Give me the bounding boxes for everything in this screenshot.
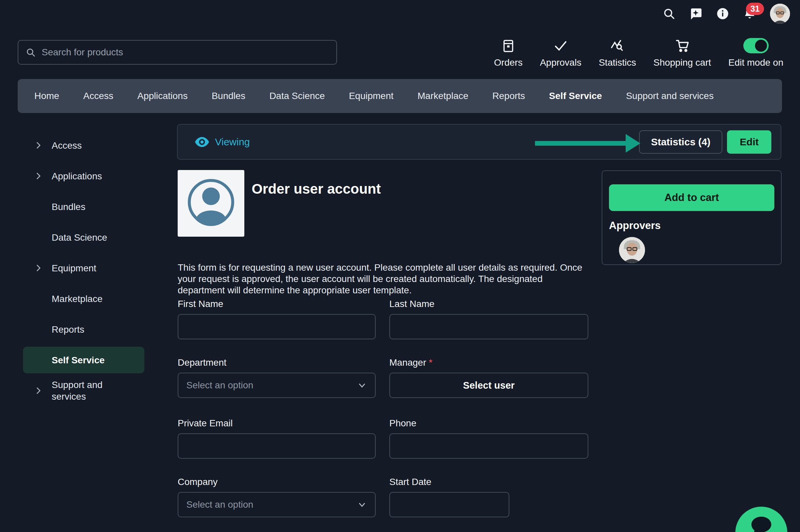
nav-item-marketplace[interactable]: Marketplace <box>418 91 469 101</box>
company-label: Company <box>178 477 376 487</box>
edit-mode-toggle[interactable]: Edit mode on <box>728 36 783 68</box>
chevron-right-icon <box>34 263 43 273</box>
sidebar-item-data-science[interactable]: Data Science <box>23 222 144 253</box>
eye-icon <box>195 137 209 147</box>
topbar: 31 <box>663 2 790 25</box>
sidebar-item-access[interactable]: Access <box>23 130 144 161</box>
nav-item-home[interactable]: Home <box>34 91 59 101</box>
chat-bubble-icon <box>747 512 775 532</box>
info-icon[interactable] <box>716 7 729 20</box>
form-row-4: Company Select an option Start Date <box>178 477 588 517</box>
nav-item-data-science[interactable]: Data Science <box>269 91 325 101</box>
last-name-input[interactable] <box>389 314 588 339</box>
approvers-heading: Approvers <box>609 220 774 232</box>
chat-fab-button[interactable] <box>735 507 787 532</box>
product-image-user-silhouette <box>178 170 244 237</box>
viewing-status: Viewing <box>195 136 250 148</box>
form-row-3: Private Email Phone <box>178 418 588 459</box>
search-icon[interactable] <box>663 7 675 20</box>
nav-item-reports[interactable]: Reports <box>492 91 525 101</box>
user-avatar[interactable] <box>770 4 790 24</box>
department-select[interactable]: Select an option <box>178 373 376 398</box>
phone-input[interactable] <box>389 433 588 459</box>
sidebar-item-reports[interactable]: Reports <box>23 314 144 345</box>
manager-label: Manager* <box>389 357 588 368</box>
nav-item-applications[interactable]: Applications <box>137 91 188 101</box>
sidebar-item-bundles[interactable]: Bundles <box>23 191 144 222</box>
chevron-down-icon <box>357 380 367 390</box>
view-mode-bar: Viewing Statistics (4) Edit <box>177 124 781 160</box>
nav-item-equipment[interactable]: Equipment <box>349 91 394 101</box>
nav-item-access[interactable]: Access <box>83 91 113 101</box>
select-user-button[interactable]: Select user <box>389 373 588 398</box>
first-name-input[interactable] <box>178 314 376 339</box>
required-asterisk: * <box>429 357 433 368</box>
private-email-label: Private Email <box>178 418 376 429</box>
start-date-label: Start Date <box>389 477 588 487</box>
sidebar-item-applications[interactable]: Applications <box>23 161 144 191</box>
shopping-cart-icon <box>675 36 690 53</box>
toggle-on-icon <box>743 36 769 53</box>
quick-actions: Orders Approvals Statistics <box>494 36 783 68</box>
orders-icon <box>501 36 516 53</box>
statistics-count-button[interactable]: Statistics (4) <box>639 130 722 154</box>
first-name-label: First Name <box>178 299 376 309</box>
page-title: Order user account <box>252 181 381 197</box>
last-name-label: Last Name <box>389 299 588 309</box>
self-service-portal-page: 31 <box>0 0 800 532</box>
main-navbar: Home Access Applications Bundles Data Sc… <box>18 79 782 113</box>
sidebar-item-self-service[interactable]: Self Service <box>23 347 144 373</box>
notifications-badge: 31 <box>746 3 764 15</box>
chevron-down-icon <box>357 500 367 510</box>
sidebar: Access Applications Bundles Data Science… <box>23 130 144 406</box>
cart-panel: Add to cart Approvers <box>602 170 782 265</box>
statistics-icon <box>610 36 625 53</box>
notifications-bell-icon[interactable]: 31 <box>743 7 757 21</box>
company-select[interactable]: Select an option <box>178 492 376 517</box>
approver-avatar[interactable] <box>619 237 645 263</box>
phone-label: Phone <box>389 418 588 429</box>
start-date-input[interactable] <box>389 492 509 517</box>
product-search-field <box>18 40 337 65</box>
sidebar-item-support-and-services[interactable]: Support and services <box>23 375 144 406</box>
edit-button[interactable]: Edit <box>727 130 772 154</box>
product-description: This form is for requesting a new user a… <box>178 262 589 296</box>
add-to-cart-button[interactable]: Add to cart <box>609 184 774 211</box>
orders-button[interactable]: Orders <box>494 36 523 68</box>
chat-sparkle-icon[interactable] <box>689 7 703 21</box>
search-icon <box>26 48 36 57</box>
nav-item-bundles[interactable]: Bundles <box>212 91 245 101</box>
chevron-right-icon <box>34 386 43 395</box>
shopping-cart-button[interactable]: Shopping cart <box>653 36 711 68</box>
chevron-right-icon <box>34 171 43 180</box>
form-row-2: Department Select an option Manager* Sel… <box>178 357 588 398</box>
nav-item-self-service[interactable]: Self Service <box>549 91 602 101</box>
private-email-input[interactable] <box>178 433 376 459</box>
search-input[interactable] <box>41 47 329 58</box>
department-label: Department <box>178 357 376 368</box>
viewing-label: Viewing <box>215 136 250 148</box>
approvals-check-icon <box>553 36 568 53</box>
approvals-button[interactable]: Approvals <box>540 36 582 68</box>
chevron-right-icon <box>34 141 43 150</box>
sidebar-item-equipment[interactable]: Equipment <box>23 253 144 283</box>
nav-item-support-and-services[interactable]: Support and services <box>626 91 714 101</box>
statistics-button[interactable]: Statistics <box>599 36 636 68</box>
form-row-1: First Name Last Name <box>178 299 588 339</box>
sidebar-item-marketplace[interactable]: Marketplace <box>23 283 144 314</box>
